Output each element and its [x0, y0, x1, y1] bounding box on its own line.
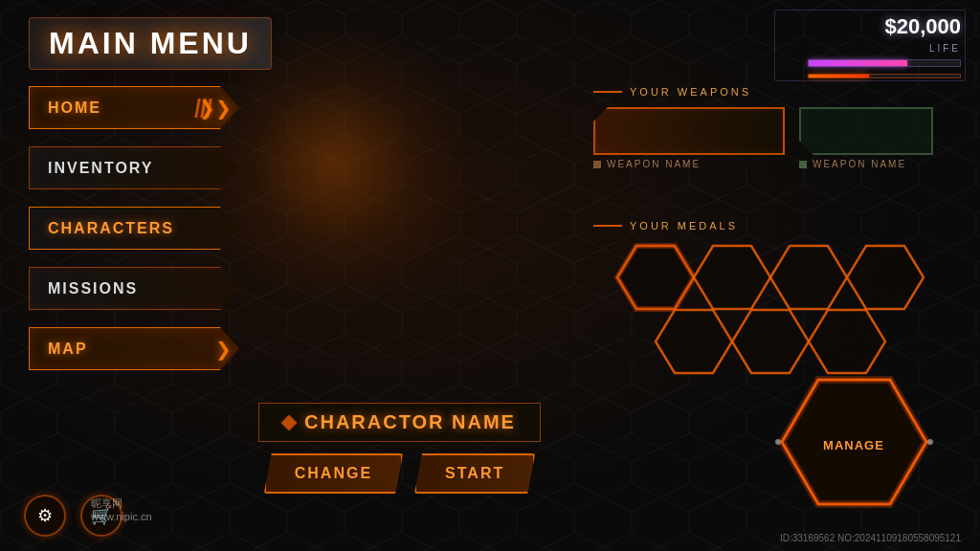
- nav-characters-label: CHARACTERS: [29, 220, 174, 237]
- hex-medal-7[interactable]: [809, 310, 885, 373]
- svg-marker-5: [656, 310, 732, 373]
- weapons-header-label: YOUR WEAPONS: [630, 86, 751, 98]
- hex-medal-4[interactable]: [847, 246, 924, 309]
- nav-home-arrow: ❯❯: [199, 97, 232, 120]
- life-bar2-fill: [809, 75, 869, 77]
- watermark-url: www.nipic.cn: [91, 511, 152, 522]
- character-panel: CHARACTOR NAME CHANGE START: [258, 403, 541, 494]
- nav-map-label: MAP: [29, 341, 88, 358]
- money-display: $20,000: [884, 14, 961, 39]
- nav-item-missions[interactable]: MISSIONS: [29, 267, 239, 310]
- nav-inventory-label: INVENTORY: [29, 160, 153, 177]
- weapon-name-dot-primary: [593, 161, 601, 168]
- main-menu-title: MAIN MENU: [29, 17, 272, 70]
- svg-marker-3: [770, 246, 847, 309]
- svg-marker-4: [847, 246, 924, 309]
- dot-right: [927, 439, 933, 445]
- settings-icon[interactable]: ⚙: [24, 495, 66, 537]
- medals-header-line: [593, 225, 622, 227]
- svg-marker-2: [694, 246, 770, 309]
- nav-item-home[interactable]: HOME ❯❯: [29, 86, 239, 129]
- watermark-text: 昵享网 www.nipic.cn: [91, 496, 152, 522]
- nav-item-inventory[interactable]: INVENTORY: [29, 146, 239, 189]
- hex-medal-3[interactable]: [770, 246, 847, 309]
- weapon-slot-primary[interactable]: WEAPON NAME: [593, 107, 785, 165]
- nav-missions-label: MISSIONS: [29, 280, 138, 298]
- life-bar2-container: [808, 74, 961, 78]
- nav-home-label: HOME: [29, 99, 101, 117]
- change-button[interactable]: CHANGE: [264, 453, 403, 494]
- svg-marker-7: [809, 310, 885, 373]
- weapon-slot-primary-bg: [593, 107, 785, 155]
- weapon-name-dot-secondary: [799, 161, 807, 168]
- bottom-icons-bar: ⚙ 🛒 昵享网 www.nipic.cn: [24, 495, 122, 537]
- medals-section: YOUR MEDALS: [593, 220, 957, 518]
- start-button[interactable]: START: [414, 453, 535, 494]
- weapon-slot-secondary[interactable]: WEAPON NAME: [799, 107, 933, 165]
- nav-map-arrow: ❯: [215, 338, 232, 361]
- hex-manage[interactable]: MANAGE: [782, 380, 926, 504]
- life-bar-container: [808, 59, 961, 67]
- weapons-header-line: [593, 91, 622, 93]
- weapons-header: YOUR WEAPONS: [593, 86, 957, 98]
- weapon-name-primary: WEAPON NAME: [593, 159, 785, 169]
- hex-medal-2[interactable]: [694, 246, 770, 309]
- dot-left: [775, 439, 781, 445]
- weapons-section: YOUR WEAPONS WEAPON NAME WEAPON NAME: [593, 86, 957, 165]
- medals-header-label: YOUR MEDALS: [630, 220, 738, 231]
- hex-medal-1[interactable]: [617, 246, 694, 309]
- weapons-row: WEAPON NAME WEAPON NAME: [593, 107, 957, 165]
- life-label: LIFE: [929, 43, 961, 54]
- nav-menu: HOME ❯❯ INVENTORY CHARACTERS MISSIONS MA…: [29, 86, 239, 370]
- nav-item-characters[interactable]: CHARACTERS: [29, 207, 239, 250]
- life-bar-fill: [809, 60, 907, 66]
- footer-id: ID:33169562 NO:20241109180558095121: [780, 533, 961, 543]
- svg-text:MANAGE: MANAGE: [823, 438, 884, 452]
- hex-medals-svg: MANAGE: [593, 241, 957, 518]
- char-name-text: CHARACTOR NAME: [304, 411, 516, 433]
- character-name-display: CHARACTOR NAME: [258, 403, 541, 442]
- top-right-panel: $20,000 LIFE: [808, 14, 961, 78]
- medals-header: YOUR MEDALS: [593, 220, 957, 231]
- weapon-slot-secondary-bg: [799, 107, 933, 155]
- svg-marker-6: [732, 310, 809, 373]
- hex-medal-5[interactable]: [656, 310, 732, 373]
- nav-item-map[interactable]: MAP ❯: [29, 327, 239, 370]
- char-name-icon: [281, 414, 298, 430]
- char-buttons: CHANGE START: [264, 453, 535, 494]
- watermark-logo: 昵享网: [91, 497, 122, 509]
- hex-medal-6[interactable]: [732, 310, 809, 373]
- weapon-name-secondary: WEAPON NAME: [799, 159, 933, 169]
- hex-medals-grid: MANAGE: [593, 241, 957, 518]
